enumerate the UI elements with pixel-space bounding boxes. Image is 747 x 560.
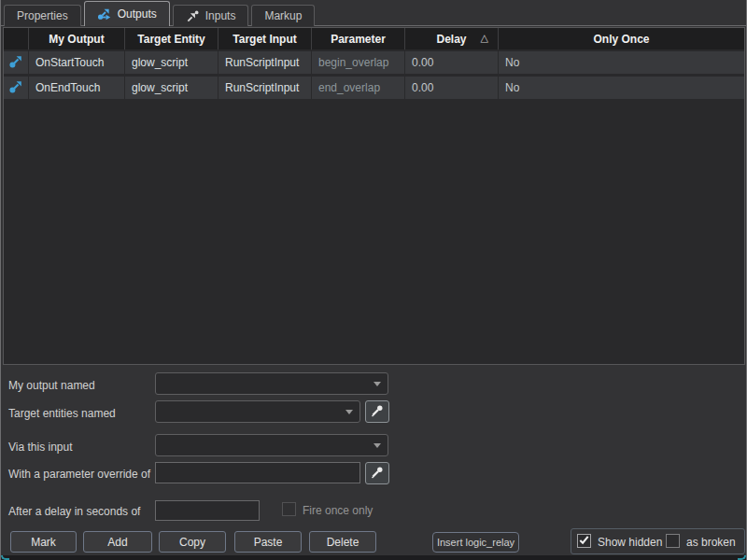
- show-hidden-checkbox[interactable]: [577, 534, 591, 548]
- show-hidden-label: Show hidden: [598, 536, 662, 549]
- output-connection-icon: [8, 79, 23, 97]
- add-button[interactable]: Add: [83, 531, 152, 553]
- cell-target-input: RunScriptInput: [218, 77, 312, 99]
- via-input-combobox[interactable]: [155, 434, 388, 456]
- header-target-input[interactable]: Target Input: [218, 28, 312, 49]
- header-only-once-label: Only Once: [593, 33, 649, 46]
- eyedropper-icon: [370, 403, 385, 421]
- delay-input[interactable]: [155, 500, 260, 521]
- chevron-down-icon: [345, 410, 353, 414]
- cell-parameter: end_overlap: [312, 77, 405, 99]
- header-my-output[interactable]: My Output: [29, 28, 125, 49]
- entity-picker-button[interactable]: [365, 400, 389, 423]
- tab-markup[interactable]: Markup: [251, 5, 315, 26]
- tab-bar: Properties Outputs: [1, 0, 746, 26]
- output-row[interactable]: OnStartTouch glow_script RunScriptInput …: [4, 51, 744, 74]
- as-broken-checkbox[interactable]: [666, 534, 680, 548]
- header-target-input-label: Target Input: [233, 33, 296, 46]
- paste-button[interactable]: Paste: [234, 531, 302, 553]
- output-connection-icon: [8, 54, 23, 72]
- my-output-label: My output named: [8, 379, 95, 392]
- cell-target-input: RunScriptInput: [218, 51, 312, 74]
- cell-delay: 0.00: [405, 51, 499, 74]
- cell-delay: 0.00: [405, 77, 499, 99]
- header-target-entity-label: Target Entity: [137, 33, 204, 46]
- checkmark-icon: [578, 534, 590, 549]
- row-icon-cell: [4, 51, 29, 74]
- header-delay[interactable]: Delay △: [405, 28, 499, 49]
- outputs-icon: [97, 7, 112, 21]
- cell-parameter: begin_overlap: [312, 51, 405, 74]
- cell-target-entity: glow_script: [125, 77, 218, 99]
- my-output-combobox[interactable]: [155, 372, 388, 395]
- chevron-down-icon: [374, 443, 381, 448]
- as-broken-label: as broken: [686, 536, 736, 549]
- chevron-down-icon: [374, 382, 381, 386]
- param-override-label: With a parameter override of: [8, 468, 150, 481]
- cell-only-once: No: [499, 51, 744, 74]
- param-override-input[interactable]: [155, 462, 360, 483]
- sort-ascending-icon: △: [481, 32, 488, 44]
- copy-button[interactable]: Copy: [159, 531, 226, 553]
- tab-outputs[interactable]: Outputs: [84, 1, 170, 26]
- mark-button[interactable]: Mark: [10, 531, 77, 553]
- tab-markup-label: Markup: [264, 9, 302, 22]
- outputs-table: My Output Target Entity Target Input Par…: [3, 27, 745, 365]
- via-input-label: Via this input: [8, 441, 73, 454]
- header-icon-column[interactable]: [4, 28, 29, 49]
- cell-my-output: OnEndTouch: [29, 77, 125, 99]
- object-properties-dialog: Properties Outputs: [0, 0, 747, 560]
- tab-properties-label: Properties: [17, 9, 68, 22]
- eyedropper-icon: [370, 465, 385, 483]
- table-header-row: My Output Target Entity Target Input Par…: [4, 28, 744, 49]
- cell-only-once: No: [499, 77, 744, 99]
- cell-target-entity: glow_script: [125, 51, 218, 74]
- delete-button[interactable]: Delete: [309, 531, 376, 553]
- row-icon-cell: [4, 77, 29, 99]
- header-only-once[interactable]: Only Once: [499, 28, 744, 49]
- header-delay-label: Delay: [436, 33, 466, 46]
- tab-inputs[interactable]: Inputs: [173, 5, 249, 26]
- inputs-icon: [186, 9, 200, 23]
- window-bottom-edge: [1, 555, 746, 560]
- tab-inputs-label: Inputs: [205, 9, 236, 22]
- delay-label: After a delay in seconds of: [8, 505, 140, 518]
- insert-logic-relay-button[interactable]: Insert logic_relay: [432, 532, 519, 553]
- fire-once-label: Fire once only: [303, 504, 373, 517]
- fire-once-checkbox[interactable]: [282, 502, 296, 516]
- tab-outputs-label: Outputs: [118, 7, 157, 21]
- output-row[interactable]: OnEndTouch glow_script RunScriptInput en…: [4, 77, 744, 99]
- cell-my-output: OnStartTouch: [29, 51, 125, 74]
- header-target-entity[interactable]: Target Entity: [125, 28, 218, 49]
- header-parameter-label: Parameter: [331, 33, 386, 46]
- parameter-picker-button[interactable]: [365, 462, 389, 484]
- tab-properties[interactable]: Properties: [4, 5, 81, 26]
- header-parameter[interactable]: Parameter: [312, 28, 405, 49]
- target-entities-combobox[interactable]: [155, 400, 360, 423]
- target-entities-label: Target entities named: [8, 407, 116, 420]
- header-my-output-label: My Output: [49, 33, 104, 46]
